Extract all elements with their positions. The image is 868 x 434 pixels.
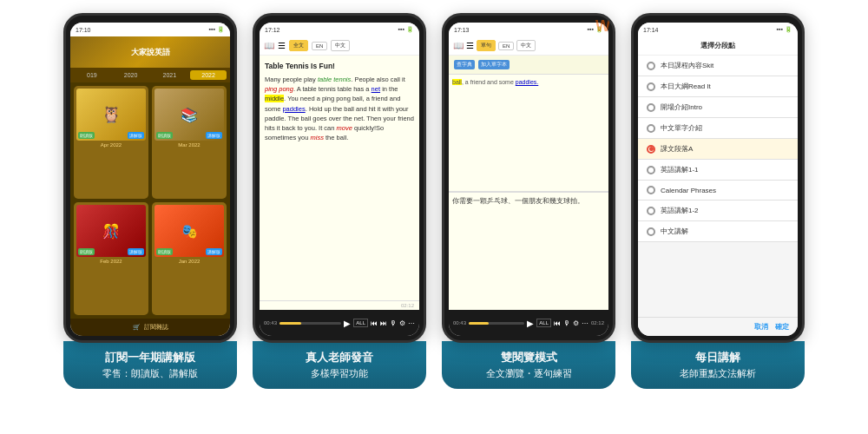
phone1-caption-line1: 訂閱一年期講解版 (74, 350, 227, 365)
phone4-status-bar: 17:14 ▪▪▪ 🔋 (638, 23, 798, 36)
dual-view-container: ball, a friend and some paddles. W 你需要一顆… (449, 75, 608, 310)
dictionary-button[interactable]: 查字典 (454, 60, 475, 69)
gear-icon[interactable]: ⚙ (399, 319, 405, 327)
menu-item-skit-label: 本日課程內容Skit (661, 61, 713, 70)
menu-list: 本日課程內容Skit 本日大綱Read It 開場介紹Intro 中文單字介紹 (638, 56, 798, 317)
radio-calendar[interactable] (647, 186, 655, 194)
more-icon-3[interactable]: ⋯ (582, 319, 589, 327)
phone1-screen: 17:10 ▪▪▪ 🔋 大家說英語 019 2020 2021 2022 🦉 (70, 23, 230, 336)
year-tab-2022[interactable]: 2022 (190, 70, 227, 80)
menu-item-lecture11-label: 英語講解1-1 (661, 165, 699, 174)
radio-lecture12[interactable] (647, 207, 655, 215)
highlight-ping: ping pong (265, 85, 293, 93)
list-item[interactable]: 🎊 朗讀版 講解版 Feb 2022 (74, 202, 148, 315)
phone2-wrapper: 17:12 ▪▪▪ 🔋 📖 ☰ 全文 EN 中文 Table Tennis Is… (253, 13, 426, 412)
badge-lecture-2: 講解版 (206, 132, 222, 139)
phone3-screen: 17:13 ▪▪▪ 🔋 📖 ☰ 單句 EN 中文 查字典 加入單字本 (449, 23, 608, 336)
skip-forward-icon[interactable]: ⏭ (380, 319, 387, 327)
phone3-caption: 雙閱覽模式 全文瀏覽・逐句練習 (442, 341, 615, 389)
phone4-wrapper: 17:14 ▪▪▪ 🔋 選擇分段點 本日課程內容Skit 本日大綱Read It (631, 13, 805, 412)
skip-back-icon[interactable]: ⏮ (371, 319, 378, 327)
article-footer: 02:12 (260, 300, 419, 310)
year-tab-2021[interactable]: 2021 (152, 70, 188, 80)
badge-lecture-3: 講解版 (128, 248, 144, 255)
phone1-time: 17:10 (76, 27, 91, 33)
confirm-button[interactable]: 確定 (775, 322, 789, 332)
article-body: Many people play table tennis. People al… (265, 75, 414, 143)
radio-vocab[interactable] (647, 124, 655, 133)
progress-fill (279, 322, 301, 325)
play-button-3[interactable]: ▶ (527, 319, 534, 328)
list-item[interactable]: 📚 朗讀版 講解版 Mar 2022 (152, 86, 227, 199)
radio-skit[interactable] (647, 62, 655, 70)
tab-zh[interactable]: 中文 (331, 40, 350, 51)
tab-en2[interactable]: EN (498, 42, 514, 50)
media-player[interactable]: 00:43 ▶ ALL ⏮ ⏭ 🎙 ⚙ ⋯ (260, 310, 419, 336)
list-icon: ☰ (278, 41, 286, 50)
gear-icon-3[interactable]: ⚙ (573, 319, 579, 327)
magazine-cover-1: 🦉 朗讀版 講解版 (76, 89, 146, 141)
year-tab-2020[interactable]: 2020 (113, 70, 149, 80)
phone2-time: 17:12 (265, 27, 280, 33)
list-item[interactable]: 開場介紹Intro (638, 97, 798, 118)
w-watermark: W (595, 23, 608, 34)
progress-bar-3[interactable] (469, 322, 524, 325)
list-item[interactable]: 本日課程內容Skit (638, 56, 798, 76)
radio-lecture11[interactable] (647, 166, 655, 174)
radio-intro[interactable] (647, 103, 655, 112)
progress-bar[interactable] (279, 322, 341, 325)
more-icon[interactable]: ⋯ (408, 319, 415, 327)
phone1-status-bar: 17:10 ▪▪▪ 🔋 (70, 23, 230, 36)
article-time-end: 02:12 (401, 303, 414, 308)
list-item[interactable]: 英語講解1-1 (638, 160, 798, 181)
mic-icon[interactable]: 🎙 (390, 319, 397, 327)
add-vocabulary-button[interactable]: 加入單字本 (478, 60, 510, 69)
list-item[interactable]: 中文講解 (638, 221, 798, 242)
phone2-header: 📖 ☰ 全文 EN 中文 (260, 36, 419, 56)
badge-reading-4: 朗讀版 (156, 248, 173, 255)
book-icon2: 📖 (453, 41, 464, 50)
highlight-miss: miss (311, 134, 324, 141)
year-tab-019[interactable]: 019 (74, 70, 110, 80)
cart-icon: 🛒 (133, 324, 141, 331)
menu-item-vocab-label: 中文單字介紹 (661, 123, 702, 133)
media-player-3[interactable]: 00:43 ▶ ALL ⏮ 🎙 ⚙ ⋯ 02:12 (449, 310, 608, 336)
player-time-end-3: 02:12 (591, 320, 604, 326)
article-title: Table Tennis Is Fun! (265, 61, 414, 72)
search-area: 查字典 加入單字本 (449, 56, 608, 75)
list-item[interactable]: 本日大綱Read It (638, 76, 798, 97)
list-item[interactable]: 課文段落A (638, 139, 798, 160)
phone1-caption: 訂閱一年期講解版 零售：朗讀版、講解版 (63, 341, 237, 389)
radio-passage-a[interactable] (647, 145, 655, 154)
phone3-header: 📖 ☰ 單句 EN 中文 (449, 36, 608, 56)
radio-read-it[interactable] (647, 82, 655, 91)
list-item[interactable]: 🦉 朗讀版 講解版 Apr 2022 (74, 86, 148, 199)
phone1-footer[interactable]: 🛒 訂閱雜誌 (70, 319, 230, 336)
radio-zh-lecture[interactable] (647, 227, 655, 236)
tab-single[interactable]: 單句 (477, 40, 496, 51)
list-item[interactable]: 中文單字介紹 (638, 118, 798, 139)
tab-en[interactable]: EN (312, 42, 327, 50)
mag-label-1: Apr 2022 (101, 142, 122, 148)
list-item[interactable]: Calendar Phrases (638, 181, 798, 201)
phone2-status-bar: 17:12 ▪▪▪ 🔋 (260, 23, 419, 36)
menu-item-passagea-label: 課文段落A (661, 144, 693, 154)
list-item[interactable]: 英語講解1-2 (638, 201, 798, 221)
phone3-status-bar: 17:13 ▪▪▪ 🔋 (449, 23, 608, 36)
tab-full-text[interactable]: 全文 (289, 40, 308, 51)
player-time-start-3: 00:43 (453, 320, 466, 326)
cancel-button[interactable]: 取消 (754, 322, 768, 332)
progress-fill-3 (469, 322, 488, 325)
mic-icon-3[interactable]: 🎙 (563, 319, 570, 327)
phone4-time: 17:14 (643, 27, 659, 33)
phone2-caption-line2: 多樣學習功能 (263, 367, 416, 380)
skip-back-icon-3[interactable]: ⏮ (554, 319, 561, 327)
all-button[interactable]: ALL (353, 319, 368, 327)
tab-zh2[interactable]: 中文 (516, 40, 536, 51)
all-button-3[interactable]: ALL (536, 319, 551, 327)
highlight-middle: middle (265, 95, 284, 102)
list-item[interactable]: 🎭 朗讀版 講解版 Jan 2022 (152, 202, 227, 315)
phone3-time: 17:13 (454, 27, 470, 33)
menu-item-lecture12-label: 英語講解1-2 (661, 206, 699, 215)
play-button[interactable]: ▶ (344, 319, 351, 328)
